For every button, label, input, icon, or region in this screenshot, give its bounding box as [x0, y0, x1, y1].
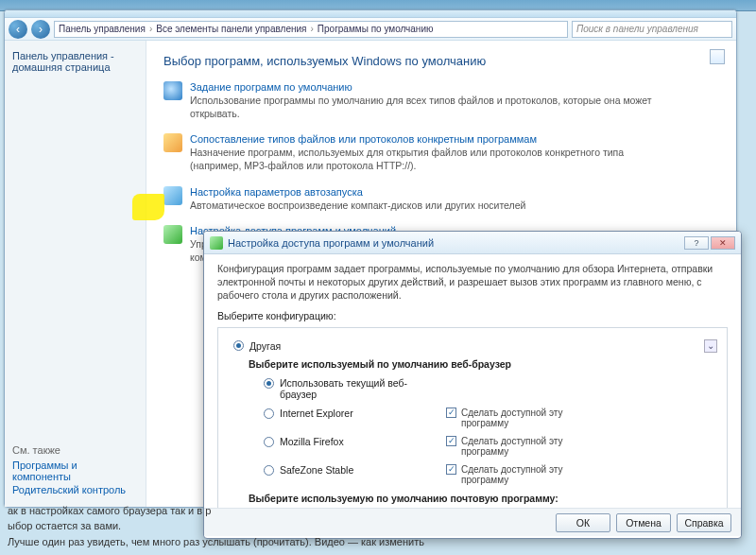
- globe-icon: [163, 81, 182, 100]
- config-other-row[interactable]: Другая ⌄: [233, 339, 717, 353]
- browser-option-ie[interactable]: Internet Explorer Сделать доступной эту …: [264, 408, 717, 428]
- link-autoplay[interactable]: Настройка параметров автозапуска: [190, 186, 525, 198]
- program-access-dialog: Настройка доступа программ и умолчаний ?…: [203, 231, 742, 539]
- address-bar: ‹ › Панель управления› Все элементы пане…: [5, 18, 736, 41]
- window-titlebar: [5, 10, 736, 18]
- dialog-titlebar[interactable]: Настройка доступа программ и умолчаний ?…: [204, 232, 741, 254]
- crumb-2[interactable]: Все элементы панели управления: [156, 24, 306, 34]
- radio-selected-icon[interactable]: [264, 378, 274, 389]
- cancel-button[interactable]: Отмена: [616, 513, 671, 532]
- sidebar-home-link[interactable]: Панель управления - домашняя страница: [12, 50, 138, 73]
- config-list: Другая ⌄ Выберите используемый по умолча…: [217, 327, 728, 508]
- access-icon: [163, 225, 182, 244]
- option-set-defaults: Задание программ по умолчаниюИспользован…: [163, 81, 719, 120]
- nav-forward-button[interactable]: ›: [31, 20, 50, 39]
- breadcrumb[interactable]: Панель управления› Все элементы панели у…: [54, 21, 568, 38]
- crumb-1[interactable]: Панель управления: [59, 24, 146, 34]
- checkbox-checked-icon[interactable]: [446, 408, 456, 418]
- refresh-icon[interactable]: [710, 49, 725, 64]
- associate-icon: [163, 133, 182, 152]
- nav-back-button[interactable]: ‹: [9, 20, 27, 39]
- radio-icon[interactable]: [264, 437, 274, 447]
- checkbox-checked-icon[interactable]: [446, 464, 456, 475]
- dialog-icon: [210, 236, 223, 250]
- help-button[interactable]: Справка: [677, 513, 731, 532]
- radio-icon[interactable]: [264, 465, 274, 476]
- crumb-3[interactable]: Программы по умолчанию: [318, 24, 434, 34]
- choose-config-label: Выберите конфигурацию:: [217, 310, 728, 321]
- browser-option-current[interactable]: Использовать текущий веб-браузер: [264, 377, 717, 400]
- dialog-intro: Конфигурация программ задает программы, …: [217, 262, 728, 303]
- dialog-title: Настройка доступа программ и умолчаний: [228, 237, 434, 249]
- collapse-icon[interactable]: ⌄: [704, 339, 717, 353]
- checkbox-checked-icon[interactable]: [446, 436, 456, 446]
- background-article-text: ак в настройках самого браузера так и в …: [0, 503, 432, 550]
- browser-option-firefox[interactable]: Mozilla Firefox Сделать доступной эту пр…: [264, 436, 717, 457]
- see-also-header: См. также: [12, 444, 138, 456]
- sidebar: Панель управления - домашняя страница См…: [5, 41, 146, 507]
- link-associate[interactable]: Сопоставление типов файлов или протоколо…: [190, 133, 662, 145]
- sidebar-link-programs[interactable]: Программы и компоненты: [12, 460, 138, 482]
- ok-button[interactable]: ОК: [556, 513, 610, 532]
- sidebar-link-parental[interactable]: Родительский контроль: [12, 484, 138, 495]
- highlight-mark: [132, 194, 164, 220]
- radio-icon[interactable]: [264, 408, 274, 419]
- close-icon[interactable]: ✕: [711, 236, 735, 250]
- link-set-defaults[interactable]: Задание программ по умолчанию: [190, 81, 662, 93]
- option-autoplay: Настройка параметров автозапускаАвтомати…: [163, 186, 719, 213]
- radio-selected-icon[interactable]: [233, 340, 244, 351]
- search-input[interactable]: Поиск в панели управления: [572, 21, 732, 38]
- autoplay-icon: [163, 186, 182, 205]
- browser-option-safezone[interactable]: SafeZone Stable Сделать доступной эту пр…: [264, 464, 717, 485]
- option-associate: Сопоставление типов файлов или протоколо…: [163, 133, 719, 172]
- page-title: Выбор программ, используемых Windows по …: [163, 54, 719, 68]
- help-button-icon[interactable]: ?: [684, 236, 709, 250]
- browser-section-head: Выберите используемый по умолчанию веб-б…: [249, 358, 717, 370]
